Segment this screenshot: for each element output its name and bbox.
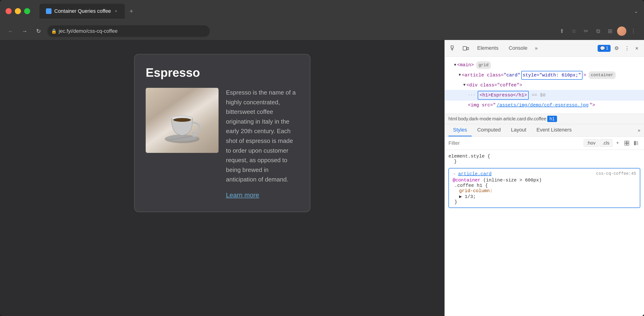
content-area: Espresso <box>0 40 644 316</box>
tab-title: Container Queries coffee <box>54 8 111 14</box>
new-rule-button[interactable] <box>623 139 631 147</box>
notification-badge[interactable]: 💬 1 <box>598 45 610 52</box>
extensions-button[interactable]: ⧉ <box>593 26 603 36</box>
close-traffic-light[interactable] <box>6 8 12 14</box>
breadcrumb-html[interactable]: html <box>448 116 457 121</box>
cut-button[interactable]: ✂ <box>581 26 591 36</box>
navigation-bar: ← → ↻ 🔒 jec.fyi/demo/css-cq-coffee ⬆ ☆ ✂… <box>0 22 644 40</box>
breadcrumb-div[interactable]: div.coffee <box>527 116 546 121</box>
devtools-panel: Elements Console » 💬 1 ⚙ ⋮ × ▼ <main> gr… <box>444 40 644 316</box>
inspect-element-button[interactable] <box>448 43 459 53</box>
profile-grid-button[interactable]: ⊞ <box>605 26 615 36</box>
tab-bar: Container Queries coffee × + <box>40 4 137 19</box>
svg-rect-16 <box>636 141 638 145</box>
device-toolbar-button[interactable] <box>460 43 471 53</box>
tab-computed[interactable]: Computed <box>472 124 506 136</box>
tab-elements[interactable]: Elements <box>472 43 503 53</box>
coffee-cup-svg <box>161 95 203 146</box>
share-button[interactable]: ⬆ <box>557 26 567 36</box>
container-query-block: css-cq-coffee:45 → article.card @contain… <box>448 168 640 208</box>
cq-at-container: @container <box>452 178 480 183</box>
style-tabs-more[interactable]: » <box>638 127 640 133</box>
hov-filter-button[interactable]: :hov <box>584 139 598 147</box>
tab-event-listeners[interactable]: Event Listeners <box>532 124 576 136</box>
add-style-button[interactable]: + <box>614 139 622 147</box>
new-tab-button[interactable]: + <box>126 6 137 17</box>
svg-rect-15 <box>634 141 636 145</box>
address-bar[interactable]: 🔒 jec.fyi/demo/css-cq-coffee <box>47 25 210 37</box>
breadcrumb-main[interactable]: main <box>492 116 502 121</box>
cq-article-selector[interactable]: article.card <box>458 171 492 177</box>
browser-more-button[interactable]: ⌄ <box>634 8 638 15</box>
devtools-tabs: Elements Console » <box>472 43 596 53</box>
devtools-settings-button[interactable]: ⚙ <box>612 44 621 53</box>
styles-panel: element.style { } css-cq-coffee:45 → art… <box>445 150 644 316</box>
breadcrumb-body[interactable]: body.dark-mode <box>458 116 491 121</box>
user-avatar[interactable] <box>617 27 626 36</box>
breadcrumb-h1[interactable]: h1 <box>547 116 557 122</box>
bookmark-button[interactable]: ☆ <box>569 26 579 36</box>
cq-grid-column-property: grid-column: <box>459 188 492 194</box>
element-style-close: } <box>454 159 457 164</box>
devtools-menu-button[interactable]: ⋮ <box>623 44 632 53</box>
tab-styles[interactable]: Styles <box>448 124 472 136</box>
h1-element-highlight: <h1>Espresso</h1> <box>478 91 529 100</box>
svg-rect-9 <box>463 47 466 50</box>
minimize-traffic-light[interactable] <box>15 8 21 14</box>
element-style-rule: element.style { } <box>448 153 640 164</box>
title-bar: Container Queries coffee × + ⌄ <box>0 0 644 22</box>
devtools-toolbar: Elements Console » 💬 1 ⚙ ⋮ × <box>445 40 644 57</box>
filter-actions: :hov .cls + <box>584 139 640 147</box>
url-text: jec.fyi/demo/css-cq-coffee <box>59 28 118 34</box>
forward-button[interactable]: → <box>20 26 30 36</box>
filter-bar: :hov .cls + <box>445 137 644 150</box>
page-content: Espresso <box>0 40 444 316</box>
tab-layout[interactable]: Layout <box>506 124 531 136</box>
back-button[interactable]: ← <box>6 26 16 36</box>
svg-point-3 <box>173 118 191 122</box>
cls-filter-button[interactable]: .cls <box>600 139 612 147</box>
svg-rect-14 <box>627 143 629 145</box>
card-description: Espresso is the name of a highly concent… <box>226 88 299 201</box>
tab-console[interactable]: Console <box>504 43 532 53</box>
card-body: Espresso is the name of a highly concent… <box>146 88 299 201</box>
svg-rect-12 <box>627 141 629 143</box>
dom-h1-line[interactable]: ··· <h1>Espresso</h1> == $0 <box>445 90 644 101</box>
devtools-close-button[interactable]: × <box>633 43 640 53</box>
devtools-tabs-more[interactable]: » <box>533 44 539 53</box>
refresh-button[interactable]: ↻ <box>34 26 44 36</box>
lock-icon: 🔒 <box>51 28 57 34</box>
article-style-attr: style="width: 610px;" <box>521 71 582 80</box>
learn-more-link[interactable]: Learn more <box>226 190 299 201</box>
element-breadcrumb: html body.dark-mode main article.card di… <box>445 114 644 124</box>
cq-source[interactable]: css-cq-coffee:45 <box>596 171 636 176</box>
dom-article-line[interactable]: ▼ <article class="card" style="width: 61… <box>445 70 644 81</box>
traffic-lights <box>6 8 30 14</box>
espresso-image <box>146 88 218 153</box>
style-tabs: Styles Computed Layout Event Listeners » <box>445 124 644 137</box>
element-style-selector: element.style { <box>448 153 490 159</box>
cq-arrow: → <box>452 171 458 177</box>
dom-main-line[interactable]: ▼ <main> grid <box>445 60 644 70</box>
espresso-card: Espresso <box>134 54 310 212</box>
cq-grid-column-value: ▶ 1/3; <box>459 194 636 199</box>
svg-rect-11 <box>625 141 626 143</box>
browser-window: Container Queries coffee × + ⌄ ← → ↻ 🔒 j… <box>0 0 644 316</box>
active-tab[interactable]: Container Queries coffee × <box>40 4 125 19</box>
nav-actions: ⬆ ☆ ✂ ⧉ ⊞ ⋮ <box>557 26 638 36</box>
dom-tree: ▼ <main> grid ▼ <article class="card" st… <box>445 57 644 114</box>
dom-dollar-sign: == $0 <box>532 92 546 99</box>
breadcrumb-article[interactable]: article.card <box>503 116 526 121</box>
color-picker-button[interactable] <box>632 139 640 147</box>
svg-rect-6 <box>451 46 453 48</box>
dom-img-line[interactable]: <img src="/assets/img/demo/cof-espresso.… <box>445 101 644 110</box>
tab-favicon <box>46 8 52 14</box>
card-title: Espresso <box>146 66 299 79</box>
maximize-traffic-light[interactable] <box>24 8 30 14</box>
browser-menu-button[interactable]: ⋮ <box>628 26 638 36</box>
styles-filter-input[interactable] <box>448 140 582 146</box>
tab-close-button[interactable]: × <box>114 9 118 14</box>
svg-rect-13 <box>625 143 626 145</box>
svg-rect-10 <box>467 47 468 50</box>
dom-div-line[interactable]: ▼ <div class="coffee"> <box>445 81 644 90</box>
